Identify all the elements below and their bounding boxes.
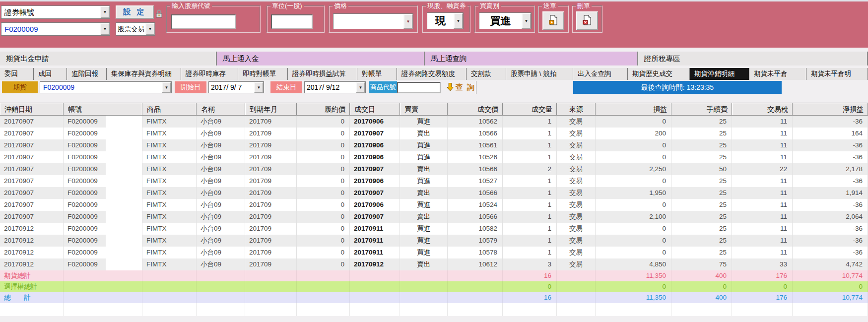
- cell-source: 交易: [557, 139, 596, 151]
- chevron-down-icon[interactable]: ▼: [356, 82, 365, 93]
- col-header-side: 買賣: [400, 103, 448, 115]
- cell-product: FIMTX: [142, 139, 197, 151]
- unit-input[interactable]: [271, 14, 313, 29]
- tab-即時對帳單[interactable]: 即時對帳單: [238, 68, 288, 80]
- chevron-down-icon[interactable]: ▼: [162, 82, 171, 93]
- cell-name: 小台09: [197, 163, 245, 175]
- cell-side: 買進: [400, 175, 448, 187]
- trade-type-value: 股票交易: [116, 23, 145, 35]
- cell-expiry-month: 201709: [245, 151, 297, 163]
- tab-成回[interactable]: 成回: [34, 68, 67, 80]
- cell-quantity: 1: [503, 175, 557, 187]
- total-blank: [350, 292, 400, 303]
- chevron-down-icon[interactable]: ▼: [100, 23, 110, 35]
- tab-股票申購 \ 競拍[interactable]: 股票申購 \ 競拍: [506, 68, 573, 80]
- total-label: 總 計: [0, 292, 64, 303]
- query-arrow-icon: [446, 82, 454, 93]
- tab-馬上通查詢[interactable]: 馬上通查詢: [425, 52, 638, 65]
- cell-price: 10566: [448, 163, 503, 175]
- account-number-value: F0200009: [1, 23, 100, 35]
- cell-commission: 25: [671, 199, 732, 211]
- empty-cell: [732, 303, 793, 316]
- end-date-value: 2017/ 9/12: [305, 82, 356, 93]
- chevron-down-icon[interactable]: ▼: [454, 13, 463, 29]
- chevron-down-icon[interactable]: ▼: [522, 13, 531, 29]
- order-entry-panel: 證券帳號 ▼ 設 定 F0200009 ▼ 股票交易 ▼ 輸入股票代號 單位(一…: [0, 0, 868, 48]
- end-date-select[interactable]: 2017/ 9/12 ▼: [304, 81, 366, 93]
- cell-product: FIMTX: [142, 151, 197, 163]
- cell-offset-date: 20170907: [0, 175, 64, 187]
- query-account-select[interactable]: F0200009 ▼: [40, 81, 172, 93]
- cell-trade-date: 20170906: [350, 139, 400, 151]
- total-pnl: 0: [596, 281, 671, 292]
- total-blank: [245, 281, 297, 292]
- cell-side: 賣出: [400, 258, 448, 270]
- total-blank: [142, 292, 197, 303]
- buy-sell-select[interactable]: 買進 ▼: [479, 12, 532, 29]
- cell-expiry-month: 201709: [245, 247, 297, 258]
- tab-證券即時損益試算[interactable]: 證券即時損益試算: [288, 68, 357, 80]
- cell-quantity: 1: [503, 128, 557, 139]
- cell-price: 10524: [448, 199, 503, 211]
- price-group: 價格 ▼: [329, 5, 418, 33]
- total-row-options: 選擇權總計00000: [0, 281, 868, 292]
- cell-pnl: 200: [596, 128, 671, 139]
- cell-strike-price: 0: [297, 151, 350, 163]
- tab-馬上通入金[interactable]: 馬上通入金: [217, 52, 425, 65]
- chevron-down-icon[interactable]: ▼: [254, 82, 264, 93]
- cell-expiry-month: 201709: [245, 163, 297, 175]
- cell-price: 10579: [448, 235, 503, 247]
- cell-product: FIMTX: [142, 211, 197, 223]
- cell-net-pnl: -36: [793, 223, 868, 235]
- stock-code-input[interactable]: [171, 14, 236, 29]
- tab-委回[interactable]: 委回: [0, 68, 34, 80]
- total-blank: [197, 281, 245, 292]
- delete-order-button[interactable]: [576, 11, 598, 30]
- delete-order-group: 刪單: [572, 5, 602, 33]
- trade-type-select[interactable]: 股票交易 ▼: [116, 22, 155, 36]
- tab-對帳單[interactable]: 對帳單: [357, 68, 397, 80]
- securities-account-label: 證券帳號: [1, 6, 100, 18]
- cell-name: 小台09: [197, 187, 245, 199]
- total-blank: [400, 281, 448, 292]
- chevron-down-icon[interactable]: ▼: [145, 23, 155, 35]
- cell-quantity: 1: [503, 199, 557, 211]
- tab-交割款[interactable]: 交割款: [467, 68, 506, 80]
- total-row-futures: 期貨總計1611,35040017610,774: [0, 270, 868, 281]
- send-order-button[interactable]: [542, 11, 564, 30]
- total-blank: [64, 292, 142, 303]
- account-number-select[interactable]: F0200009 ▼: [1, 22, 110, 36]
- product-code-input[interactable]: [397, 82, 441, 93]
- cell-tax: 11: [732, 128, 793, 139]
- col-header-strike-price: 履約價: [297, 103, 350, 115]
- cell-product: FIMTX: [142, 199, 197, 211]
- tab-期貨出金申請[interactable]: 期貨出金申請: [0, 52, 217, 65]
- price-select[interactable]: ▼: [333, 13, 413, 29]
- chevron-down-icon[interactable]: ▼: [403, 14, 413, 29]
- cell-net-pnl: 2,178: [793, 163, 868, 175]
- settings-button[interactable]: 設 定: [116, 5, 154, 19]
- chevron-down-icon[interactable]: ▼: [100, 6, 110, 18]
- tab-集保庫存與資券明細[interactable]: 集保庫存與資券明細: [107, 68, 181, 80]
- tab-出入金查詢[interactable]: 出入金查詢: [573, 68, 628, 80]
- tab-證所稅專區[interactable]: 證所稅專區: [638, 52, 868, 65]
- tab-證券網路交易額度[interactable]: 證券網路交易額度: [397, 68, 467, 80]
- cash-margin-select[interactable]: 現 ▼: [427, 12, 464, 29]
- query-button[interactable]: 查 詢: [446, 81, 476, 94]
- cell-expiry-month: 201709: [245, 175, 297, 187]
- tab-證券即時庫存[interactable]: 證券即時庫存: [181, 68, 238, 80]
- cell-source: 交易: [557, 116, 596, 128]
- tab-期貨未平倉明[interactable]: 期貨未平倉明: [806, 68, 868, 80]
- cell-strike-price: 0: [297, 139, 350, 151]
- tab-期貨歷史成交[interactable]: 期貨歷史成交: [628, 68, 690, 80]
- tab-期貨沖銷明細[interactable]: 期貨沖銷明細: [690, 68, 749, 80]
- start-date-select[interactable]: 2017/ 9/ 7 ▼: [208, 81, 264, 93]
- col-header-pnl: 損益: [596, 103, 671, 115]
- tab-進階回報[interactable]: 進階回報: [67, 68, 107, 80]
- securities-account-select[interactable]: 證券帳號 ▼: [1, 5, 110, 19]
- cell-net-pnl: -36: [793, 116, 868, 128]
- cell-trade-date: 20170907: [350, 163, 400, 175]
- tab-期貨未平倉[interactable]: 期貨未平倉: [749, 68, 806, 80]
- cell-name: 小台09: [197, 247, 245, 258]
- cell-trade-date: 20170906: [350, 175, 400, 187]
